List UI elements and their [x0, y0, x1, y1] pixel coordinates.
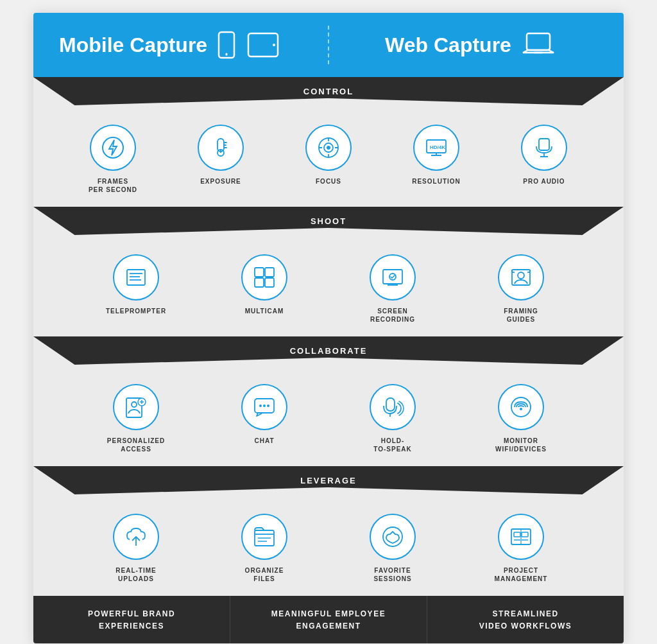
multicam-icon-circle — [241, 254, 287, 300]
teleprompter-label: TELEPROMPTER — [106, 307, 166, 315]
item-favorite-sessions: FAVORITESESSIONS — [354, 514, 431, 583]
svg-point-53 — [263, 405, 266, 407]
svg-point-52 — [259, 405, 262, 407]
mobile-capture-title: Mobile Capture — [59, 33, 207, 57]
teleprompter-icon — [124, 266, 148, 289]
footer: POWERFUL BRANDEXPERIENCES MEANINGFUL EMP… — [33, 596, 624, 643]
tablet-icon — [247, 32, 279, 58]
leverage-grid: REAL-TIMEUPLOADS ORGANIZEFILES — [33, 494, 624, 596]
project-icon-circle — [498, 514, 544, 560]
svg-rect-55 — [386, 398, 395, 411]
item-monitor-wifi: MONITORWIFI/DEVICES — [482, 384, 559, 453]
chat-icon-circle — [241, 384, 287, 430]
item-framing-guides: FRAMINGGUIDES — [482, 254, 559, 324]
organize-files-label: ORGANIZEFILES — [245, 566, 284, 583]
item-project-management: PROJECTMANAGEMENT — [482, 514, 559, 583]
framing-guides-label: FRAMINGGUIDES — [504, 307, 538, 324]
fps-icon-circle — [90, 125, 136, 171]
svg-rect-66 — [522, 532, 528, 537]
project-icon — [509, 525, 533, 548]
monitor-wifi-label: MONITORWIFI/DEVICES — [495, 437, 547, 453]
item-hold-to-speak: HOLD-TO-SPEAK — [354, 384, 431, 453]
item-fps: FRAMESPER SECOND — [74, 125, 151, 194]
thermometer-icon — [209, 136, 232, 159]
collaborate-banner: COLLABORATE — [33, 336, 624, 365]
header: Mobile Capture Web Capture — [33, 13, 624, 77]
hold-to-speak-icon-circle — [370, 384, 416, 430]
control-label: CONTROL — [303, 87, 354, 96]
header-left: Mobile Capture — [59, 31, 315, 59]
header-right: Web Capture — [342, 31, 598, 59]
main-container: Mobile Capture Web Capture — [33, 13, 624, 643]
item-exposure: EXPOSURE — [182, 125, 259, 186]
shoot-grid: TELEPROMPTER MULTICAM — [33, 235, 624, 336]
multicam-label: MULTICAM — [245, 307, 284, 315]
exposure-label: EXPOSURE — [200, 177, 241, 186]
svg-rect-65 — [514, 532, 520, 537]
upload-icon — [124, 525, 148, 548]
laptop-icon — [522, 31, 555, 59]
footer-label-2: MEANINGFUL EMPLOYEEENGAGEMENT — [271, 609, 386, 631]
favorite-icon — [381, 525, 404, 548]
item-teleprompter: TELEPROMPTER — [98, 254, 175, 315]
pro-audio-label: PRO AUDIO — [523, 177, 565, 186]
item-organize-files: ORGANIZEFILES — [226, 514, 303, 583]
chat-icon — [253, 396, 276, 419]
item-screen-recording: SCREENRECORDING — [354, 254, 431, 324]
shoot-banner: SHOOT — [33, 207, 624, 235]
main-content: CONTROL FRAMESPER SECOND — [33, 77, 624, 596]
screen-recording-icon-circle — [370, 254, 416, 300]
web-capture-title: Web Capture — [385, 33, 511, 57]
svg-point-16 — [327, 146, 330, 150]
leverage-section: LEVERAGE REAL-TIMEUPLOADS — [33, 466, 624, 596]
framing-guides-icon-circle — [498, 254, 544, 300]
focus-label: FOCUS — [316, 177, 341, 186]
files-icon-circle — [241, 514, 287, 560]
item-pro-audio: PRO AUDIO — [506, 125, 583, 186]
screen-recording-label: SCREENRECORDING — [370, 307, 415, 324]
mobile-icons — [218, 31, 279, 59]
svg-rect-34 — [255, 278, 264, 287]
project-management-label: PROJECTMANAGEMENT — [495, 566, 548, 583]
footer-item-1: POWERFUL BRANDEXPERIENCES — [33, 596, 230, 643]
svg-text:HD/4K: HD/4K — [430, 144, 445, 150]
footer-label-3: STREAMLINEDVIDEO WORKFLOWS — [479, 609, 572, 631]
svg-point-58 — [520, 408, 522, 410]
footer-label-1: POWERFUL BRANDEXPERIENCES — [88, 609, 175, 631]
svg-rect-35 — [265, 278, 274, 287]
framing-icon — [509, 266, 533, 289]
resolution-icon: HD/4K — [425, 136, 448, 159]
chat-label: CHAT — [254, 437, 274, 445]
teleprompter-icon-circle — [113, 254, 159, 300]
exposure-icon-circle — [198, 125, 244, 171]
leverage-banner: LEVERAGE — [33, 466, 624, 494]
personalized-access-label: PERSONALIZEDACCESS — [107, 437, 165, 453]
footer-item-3: STREAMLINEDVIDEO WORKFLOWS — [427, 596, 624, 643]
pro-audio-icon-circle — [521, 125, 567, 171]
control-banner: CONTROL — [33, 77, 624, 105]
upload-icon-circle — [113, 514, 159, 560]
audio-icon — [533, 136, 556, 159]
monitor-wifi-icon-circle — [498, 384, 544, 430]
item-resolution: HD/4K RESOLUTION — [398, 125, 475, 186]
svg-rect-28 — [127, 270, 145, 285]
collaborate-label: COLLABORATE — [290, 346, 368, 356]
control-section: CONTROL FRAMESPER SECOND — [33, 77, 624, 207]
svg-rect-33 — [265, 268, 274, 277]
favorite-icon-circle — [370, 514, 416, 560]
focus-icon-circle — [305, 125, 352, 171]
resolution-icon-circle: HD/4K — [413, 125, 459, 171]
header-divider — [328, 26, 329, 64]
collaborate-section: COLLABORATE PERSONAL — [33, 336, 624, 466]
resolution-label: RESOLUTION — [412, 177, 461, 186]
holdtospeak-icon — [381, 396, 404, 419]
access-icon — [124, 396, 148, 419]
phone-icon — [218, 31, 242, 59]
focus-icon — [317, 136, 340, 159]
shoot-label: SHOOT — [311, 216, 346, 226]
fps-label: FRAMESPER SECOND — [89, 177, 137, 194]
access-icon-circle — [113, 384, 159, 430]
screenrecord-icon — [381, 266, 404, 289]
multicam-icon — [253, 266, 276, 289]
lightning-icon — [101, 136, 124, 159]
